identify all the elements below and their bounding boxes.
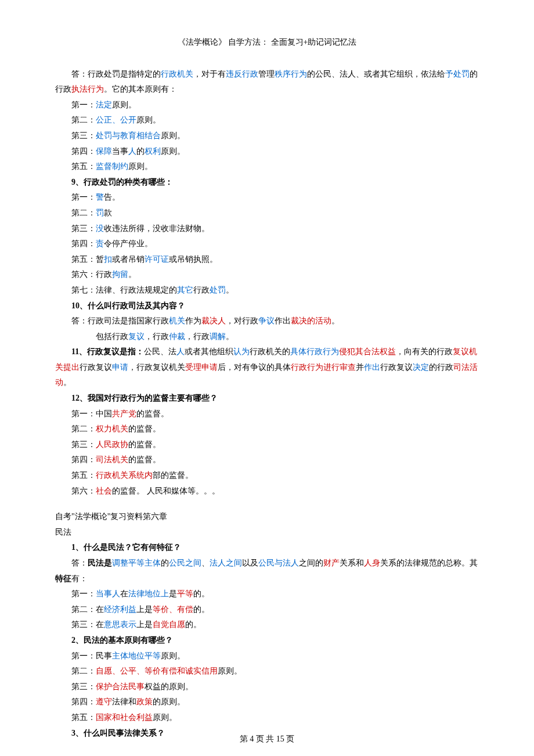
t: 原则。 (153, 713, 177, 722)
t: 之间的 (299, 559, 323, 567)
m2-item-5: 第五：国家和社会利益原则。 (55, 710, 479, 726)
kw: 警 (96, 193, 104, 201)
t: 收违法所得，没收非法财物。 (104, 224, 210, 233)
m1-answer: 答：民法是调整平等主体的公民之间、法人之间以及公民与法人之间的财产关系和人身关系… (55, 556, 479, 586)
kw: 行政行为进行审查 (291, 363, 356, 372)
t: 特征 (55, 574, 71, 583)
t: 第四： (71, 239, 96, 248)
kw: 调整平等主体 (112, 559, 161, 567)
t: 后，对有争议的具体 (218, 363, 291, 372)
kw: 权利 (145, 147, 161, 156)
t: 。它的其本原则有： (104, 85, 177, 93)
kw: 司法机关 (96, 455, 128, 464)
m1-item-3: 第三：在意思表示上是自觉自愿的。 (55, 617, 479, 633)
q12-item-6: 第六：社会的监督。 人民和媒体等。。。 (55, 484, 479, 499)
kw: 国家和社会利益 (96, 713, 153, 722)
m2-item-4: 第四：遵守法律和政策的原则。 (55, 694, 479, 710)
principle-3: 第三：处罚与教育相结合原则。 (55, 128, 479, 144)
q9-item-2: 第二：罚款 (55, 206, 479, 221)
t: 答：行政司法是指国家行政 (71, 316, 169, 325)
kw: 其它 (177, 286, 193, 294)
t: 公民、法 (144, 347, 176, 356)
t: 关系和 (340, 559, 364, 567)
kw: 意思表示 (104, 620, 136, 629)
t: 原则。 (161, 651, 185, 660)
kw: 人 (128, 147, 136, 156)
m2-item-1: 第一：民事主体地位平等原则。 (55, 649, 479, 664)
t: 的监督。 (128, 440, 161, 449)
t: 第一： (71, 589, 96, 598)
t: 第五： (71, 162, 96, 171)
kw: 予处罚 (445, 70, 470, 78)
t: 的原则。 (153, 697, 185, 706)
q9-item-4: 第四：责令停产停业。 (55, 236, 479, 252)
kw: 侵犯其合法权益 (339, 347, 396, 356)
t: 第二： (71, 424, 96, 433)
t: 或吊销执照。 (169, 255, 218, 264)
kw: 裁决人 (201, 316, 226, 325)
principle-5: 第五：监督制约原则。 (55, 159, 479, 175)
t: 的监督。 人民和媒体等。。。 (112, 487, 220, 495)
t: ，对于有 (193, 70, 226, 78)
kw: 拘留 (112, 270, 128, 279)
t: ，行政 (185, 332, 210, 341)
answer-intro: 答：行政处罚是指特定的行政机关，对于有违反行政管理秩序行为的公民、法人、或者其它… (55, 67, 479, 98)
kw: 公正、公开 (96, 116, 136, 124)
document-page: 《法学概论》 自学方法： 全面复习+助记词记忆法 答：行政处罚是指特定的行政机关… (0, 0, 534, 756)
t: 的 (136, 147, 145, 156)
kw: 机关 (169, 316, 185, 325)
kw: 受理申请 (185, 363, 218, 372)
t: 并 (356, 363, 364, 372)
kw: 扣 (104, 255, 112, 264)
t: 或者其他组织 (185, 347, 233, 356)
kw: 许可证 (145, 255, 169, 264)
m2-item-2: 第二：自愿、公平、等价有偿和诚实信用原则。 (55, 664, 479, 679)
kw: 争议 (258, 316, 275, 325)
principle-2: 第二：公正、公开原则。 (55, 113, 479, 128)
chapter-6-title: 自考"法学概论"复习资料第六章 (55, 509, 479, 525)
t: 。 (226, 286, 234, 294)
t: 第一： (71, 100, 96, 109)
q12-item-3: 第三：人民政协的监督。 (55, 437, 479, 453)
kw: 处罚与教育相结合 (96, 131, 161, 140)
t: 行政机关的 (250, 347, 290, 356)
kw: 行政机关系统内 (96, 471, 153, 480)
kw: 遵守 (96, 697, 112, 706)
kw: 主体地位平等 (112, 651, 161, 660)
t: 在 (120, 589, 128, 598)
t: 的。 (193, 605, 210, 614)
t: ，行政复议机关 (128, 363, 185, 372)
q12-item-1: 第一：中国共产党的监督。 (55, 406, 479, 422)
t: 第四： (71, 697, 96, 706)
t: 第二： (71, 208, 96, 217)
t: ，行政 (145, 332, 169, 341)
t: 第五： (71, 713, 96, 722)
t: 第一：民事 (71, 651, 112, 660)
kw: 秩序行为 (275, 70, 307, 78)
kw: 公民与法人 (258, 559, 299, 567)
q11-title: 11、行政复议是指： (71, 347, 144, 356)
question-9: 9、行政处罚的种类有哪些： (55, 175, 479, 190)
t: 第二： (71, 116, 96, 124)
t: 的监督。 (128, 455, 161, 464)
kw: 没 (96, 224, 104, 233)
page-header: 《法学概论》 自学方法： 全面复习+助记词记忆法 (55, 35, 479, 51)
kw: 行政机关 (161, 70, 193, 78)
kw: 认为 (233, 347, 250, 356)
q12-item-4: 第四：司法机关的监督。 (55, 452, 479, 468)
kw: 仲裁 (169, 332, 185, 341)
t: 包括行政 (96, 332, 128, 341)
t: 作为 (185, 316, 201, 325)
kw: 决定 (413, 363, 429, 372)
q9-item-5: 第五：暂扣或者吊销许可证或吊销执照。 (55, 252, 479, 268)
t: 部的监督。 (153, 471, 193, 480)
kw: 复议 (128, 332, 145, 341)
kw: 监督制约 (96, 162, 128, 171)
t: 款 (104, 208, 112, 217)
t: 答：行政处罚是指特定的 (71, 70, 161, 78)
kw: 经济利益 (104, 605, 136, 614)
t: 管理 (258, 70, 275, 78)
q10-answer-a: 答：行政司法是指国家行政机关作为裁决人，对行政争议作出裁决的活动。 (55, 314, 479, 329)
question-12: 12、我国对行政行为的监督主要有哪些？ (55, 391, 479, 406)
t: 第二：在 (71, 605, 104, 614)
